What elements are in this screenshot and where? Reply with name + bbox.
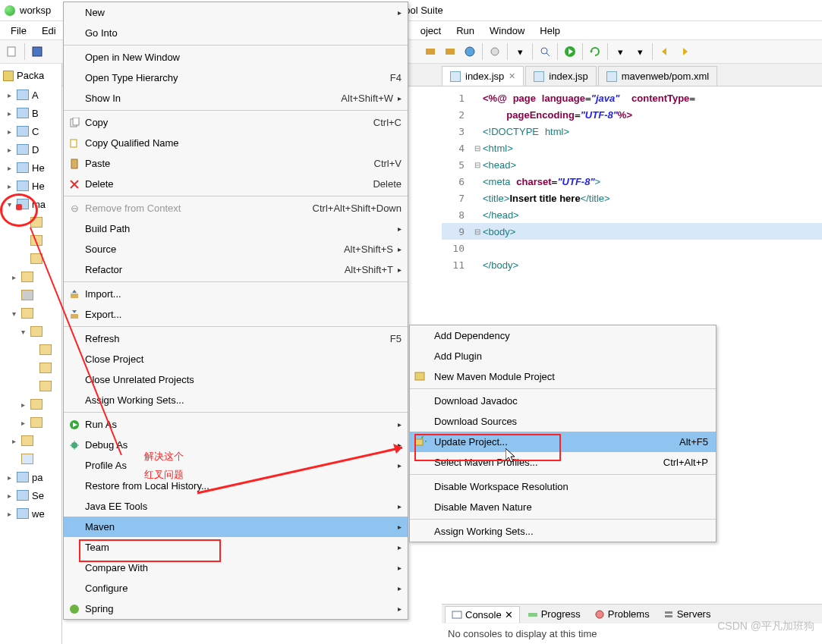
- submenu-assign-ws[interactable]: Assign Working Sets...: [410, 521, 716, 542]
- svg-rect-24: [71, 294, 78, 298]
- tb-search-icon[interactable]: [536, 42, 554, 61]
- menu-export[interactable]: Export...: [64, 304, 408, 325]
- svg-point-33: [70, 605, 79, 614]
- svg-point-6: [541, 48, 547, 54]
- menu-paste[interactable]: PasteCtrl+V: [64, 153, 408, 174]
- menu-assign-ws[interactable]: Assign Working Sets...: [64, 390, 408, 410]
- svg-marker-25: [72, 290, 77, 293]
- menu-open-type-hierarchy[interactable]: Open Type HierarchyF4: [64, 68, 408, 88]
- menu-source[interactable]: SourceAlt+Shift+S▸: [64, 239, 408, 259]
- submenu-download-sources[interactable]: Download Sources: [410, 411, 716, 432]
- tb-relaunch-icon[interactable]: [586, 42, 604, 61]
- copy-qualified-icon: [68, 137, 80, 149]
- menu-close-unrelated[interactable]: Close Unrelated Projects: [64, 369, 408, 390]
- tb-globe-icon[interactable]: [461, 42, 479, 61]
- menu-maven[interactable]: Maven▸: [64, 517, 408, 537]
- submenu-select-profiles[interactable]: Select Maven Profiles...Ctrl+Alt+P: [410, 452, 716, 473]
- svg-point-15: [596, 611, 603, 618]
- package-explorer: Packa ▸A ▸B ▸C ▸D ▸He ▸He ▾ma ▸ ▾ ▾ ▸ ▸ …: [0, 64, 62, 644]
- project-tree[interactable]: ▸A ▸B ▸C ▸D ▸He ▸He ▾ma ▸ ▾ ▾ ▸ ▸ ▸ ▸pa …: [0, 83, 61, 523]
- svg-marker-10: [590, 51, 593, 53]
- submenu-download-javadoc[interactable]: Download Javadoc: [410, 391, 716, 411]
- svg-rect-34: [415, 372, 424, 380]
- menu-copy[interactable]: CopyCtrl+C: [64, 112, 408, 133]
- submenu-update-project[interactable]: Update Project...Alt+F5: [410, 432, 716, 452]
- svg-rect-21: [71, 159, 77, 168]
- remove-context-icon: ⊖: [68, 203, 80, 215]
- submenu-new-module[interactable]: New Maven Module Project: [410, 366, 716, 387]
- menu-file[interactable]: File: [5, 24, 33, 38]
- tb-icon-5[interactable]: ▾: [611, 42, 629, 61]
- copy-icon: [68, 117, 80, 129]
- menu-remove-context: ⊖Remove from ContextCtrl+Alt+Shift+Down: [64, 198, 408, 218]
- tb-icon-4[interactable]: ▾: [511, 42, 529, 61]
- menu-configure[interactable]: Configure▸: [64, 578, 408, 598]
- svg-rect-14: [528, 613, 537, 617]
- maven-submenu: Add Dependency Add Plugin New Maven Modu…: [409, 325, 716, 542]
- editor-tab-active[interactable]: index.jsp✕: [442, 66, 524, 86]
- xml-icon: [606, 71, 617, 82]
- tb-icon-3[interactable]: [486, 42, 504, 61]
- close-icon[interactable]: ✕: [509, 71, 515, 81]
- servers-tab[interactable]: Servers: [657, 606, 717, 622]
- menu-import[interactable]: Import...: [64, 284, 408, 304]
- console-tab[interactable]: Console✕: [445, 606, 520, 623]
- tree-item-error[interactable]: ▾ma: [5, 195, 61, 213]
- svg-rect-3: [446, 49, 455, 55]
- menu-copy-qualified[interactable]: Copy Qualified Name: [64, 133, 408, 153]
- tb-icon-6[interactable]: ▾: [631, 42, 649, 61]
- new-button[interactable]: [3, 42, 21, 61]
- menu-profile-as[interactable]: Profile As▸: [64, 455, 408, 476]
- svg-point-4: [465, 47, 474, 56]
- submenu-disable-nature[interactable]: Disable Maven Nature: [410, 497, 716, 517]
- menu-delete[interactable]: DeleteDelete: [64, 174, 408, 194]
- tb-icon-2[interactable]: [441, 42, 459, 61]
- tb-back-icon[interactable]: [656, 42, 674, 61]
- menu-debug-as[interactable]: Debug As▸: [64, 435, 408, 455]
- submenu-add-plugin[interactable]: Add Plugin: [410, 346, 716, 366]
- menu-refresh[interactable]: RefreshF5: [64, 328, 408, 349]
- tb-icon-1[interactable]: [421, 42, 439, 61]
- menu-compare[interactable]: Compare With▸: [64, 558, 408, 578]
- debug-icon: [68, 439, 80, 451]
- watermark: CSDN @平凡加班狗: [717, 620, 814, 633]
- menu-restore-history[interactable]: Restore from Local History...: [64, 476, 408, 496]
- tb-fwd-icon[interactable]: [676, 42, 694, 61]
- menu-java-ee-tools[interactable]: Java EE Tools▸: [64, 496, 408, 517]
- editor-tab[interactable]: mavenweb/pom.xml: [598, 66, 718, 86]
- svg-rect-2: [426, 49, 435, 55]
- menu-close-project[interactable]: Close Project: [64, 349, 408, 369]
- menu-help[interactable]: Help: [534, 24, 566, 38]
- menu-build-path[interactable]: Build Path▸: [64, 218, 408, 239]
- error-project-icon: [17, 199, 29, 209]
- menu-run[interactable]: Run: [450, 24, 480, 38]
- svg-marker-11: [662, 48, 666, 55]
- svg-rect-1: [33, 47, 42, 56]
- svg-marker-12: [683, 48, 688, 55]
- menu-edit[interactable]: Edi: [36, 24, 62, 38]
- menu-show-in[interactable]: Show InAlt+Shift+W▸: [64, 88, 408, 108]
- svg-rect-20: [71, 140, 77, 147]
- menu-go-into[interactable]: Go Into: [64, 23, 408, 43]
- menu-project[interactable]: oject: [414, 24, 447, 38]
- menu-refactor[interactable]: RefactorAlt+Shift+T▸: [64, 259, 408, 280]
- problems-tab[interactable]: Problems: [588, 606, 656, 622]
- export-icon: [68, 309, 80, 321]
- save-button[interactable]: [28, 42, 46, 61]
- spring-icon: [68, 603, 80, 615]
- eclipse-icon: [5, 5, 15, 16]
- submenu-disable-workspace[interactable]: Disable Workspace Resolution: [410, 476, 716, 497]
- package-icon: [3, 71, 14, 81]
- menu-run-as[interactable]: Run As▸: [64, 414, 408, 435]
- menu-spring[interactable]: Spring▸: [64, 598, 408, 619]
- menu-team[interactable]: Team▸: [64, 537, 408, 558]
- progress-tab[interactable]: Progress: [521, 606, 587, 622]
- menu-new[interactable]: New▸: [64, 2, 408, 23]
- tb-run-icon[interactable]: [561, 42, 579, 61]
- menu-window[interactable]: Window: [483, 24, 531, 38]
- menu-open-new-window[interactable]: Open in New Window: [64, 47, 408, 68]
- svg-rect-17: [665, 615, 672, 617]
- editor-tab[interactable]: index.jsp: [525, 66, 596, 86]
- submenu-add-dependency[interactable]: Add Dependency: [410, 325, 716, 346]
- svg-line-7: [546, 53, 550, 56]
